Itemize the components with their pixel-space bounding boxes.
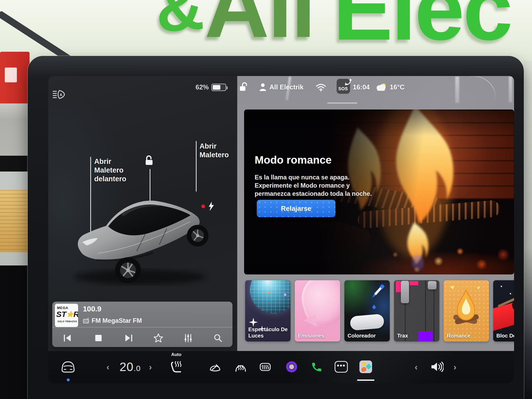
trax-slider[interactable]	[401, 281, 409, 303]
toybox-tile-light-show[interactable]: Espectáculo De Luces	[245, 280, 291, 341]
screen: A 62% Abrir Maletero delantero	[48, 76, 514, 383]
wifi-icon	[315, 83, 326, 91]
photo-scene: & All Elec A	[0, 0, 532, 399]
media-player-card[interactable]: MEGA ST★RFM SOLO TEMAZOS 100.9	[52, 302, 232, 347]
profile-icon	[259, 83, 267, 91]
launcher-bar: ‹ 20.0 › Auto	[48, 351, 514, 383]
logo-tagline: SOLO TEMAZOS	[58, 320, 77, 323]
charge-port-indicator	[201, 205, 205, 208]
diamond-shape	[366, 364, 372, 370]
wall-ledge	[0, 103, 30, 156]
paint-drop	[372, 305, 376, 309]
dashcam-button[interactable]	[282, 358, 301, 375]
toybox-tile-colorizer[interactable]: Coloreador	[344, 280, 390, 341]
phone-icon	[311, 361, 323, 373]
eyedropper-icon	[366, 282, 387, 304]
heart-icon: ♥	[449, 283, 455, 292]
wiper-button[interactable]	[206, 358, 224, 375]
driver-profile-button[interactable]: All Electrik	[259, 81, 303, 93]
sos-button[interactable]: SOS	[336, 79, 350, 94]
app-pane: All Electrik SOS	[237, 76, 514, 383]
sos-call-icon	[344, 78, 353, 87]
frunk-label-line1: Abrir	[94, 157, 126, 166]
card-divider	[52, 327, 232, 327]
toybox-tile-romance[interactable]: ♥ ♥ Romance	[444, 280, 489, 341]
previous-track-button[interactable]	[62, 333, 73, 343]
vehicle-render	[66, 182, 219, 288]
floor-shadow	[0, 265, 30, 399]
profile-name: All Electrik	[269, 83, 303, 91]
weather-status: 16°C	[375, 81, 405, 93]
seat-heater-mode: Auto	[168, 352, 184, 357]
volume-button[interactable]	[428, 358, 446, 375]
station-name: FM MegaStar FM	[92, 317, 142, 324]
toybox-tile-sketchpad[interactable]: Bloc De Dibujo	[493, 280, 514, 341]
volume-down-button[interactable]: ‹	[407, 358, 425, 375]
relax-button[interactable]: Relajarse	[257, 200, 335, 217]
toybox-tile-emissions[interactable]: Emisiones	[295, 280, 340, 341]
tile-label: Bloc De Dibujo	[496, 332, 514, 339]
drag-handle[interactable]	[327, 102, 357, 104]
car-controls-button[interactable]	[59, 358, 77, 375]
right-wall	[523, 61, 532, 399]
favorite-button[interactable]	[153, 333, 164, 343]
battery-status: 62%	[196, 83, 226, 91]
trax-clip	[410, 281, 418, 285]
station-frequency: 100.9	[83, 305, 101, 313]
active-app-indicator	[357, 379, 374, 381]
auto-headlight-icon: A	[52, 90, 65, 99]
defrost-rear-icon	[259, 362, 271, 372]
banner-word-all: All	[205, 0, 314, 51]
tesla-touchscreen: A 62% Abrir Maletero delantero	[28, 56, 524, 399]
lock-status[interactable]	[239, 81, 248, 93]
search-button[interactable]	[212, 333, 224, 343]
charging-bolt-icon	[209, 202, 214, 211]
sparkle-icon	[249, 318, 258, 327]
whoopee-cushion-art	[296, 280, 340, 331]
romance-description: Es la llama que nunca se apaga. Experime…	[255, 173, 381, 198]
frunk-label-line2: Maletero	[94, 166, 126, 175]
unlock-icon[interactable]	[143, 155, 154, 166]
toybox-tile-trax[interactable]: Trax	[394, 280, 439, 341]
window-reflection	[455, 77, 459, 103]
trunk-label-line2: Maletero	[200, 151, 229, 159]
logo-main-text: ST★RFM	[56, 310, 78, 319]
wifi-status[interactable]	[315, 81, 326, 93]
blob-shape	[361, 367, 366, 372]
equalizer-button[interactable]	[182, 333, 194, 343]
open-frunk-button[interactable]: Abrir Maletero delantero	[94, 157, 126, 183]
speaker-icon	[430, 361, 444, 373]
logo-top-text: MEGA	[57, 306, 68, 310]
defrost-front-button[interactable]	[231, 358, 250, 375]
defrost-rear-button[interactable]	[256, 358, 274, 375]
front-wheel	[115, 257, 141, 283]
tile-label: Emisiones	[298, 332, 338, 339]
trax-clip	[396, 281, 401, 292]
phone-button[interactable]	[307, 358, 326, 375]
trax-slider[interactable]	[428, 281, 436, 289]
radio-icon	[83, 317, 89, 324]
toybox-app-button[interactable]	[357, 358, 375, 375]
all-apps-button[interactable]: •••	[332, 358, 350, 375]
romance-mode-card: Modo romance Es la llama que nunca se ap…	[244, 110, 514, 274]
vehicle-status-pane: A 62% Abrir Maletero delantero	[48, 76, 237, 383]
station-row: FM MegaStar FM	[83, 317, 142, 324]
seat-heater-button[interactable]	[167, 358, 186, 375]
open-trunk-button[interactable]: Abrir Maletero	[200, 142, 229, 159]
cabin-temperature[interactable]: 20.0	[116, 358, 145, 375]
toybox-icon	[359, 360, 372, 373]
svg-text:A: A	[60, 93, 62, 97]
stop-button[interactable]	[93, 333, 104, 343]
tile-label: Coloreador	[348, 332, 388, 339]
temp-decrease-button[interactable]: ‹	[99, 358, 117, 375]
tile-label: Trax	[397, 332, 437, 339]
wall-shadow-band	[0, 156, 30, 172]
rear-wheel	[187, 225, 208, 246]
temp-increase-button[interactable]: ›	[141, 358, 160, 375]
wall-light-band	[0, 172, 30, 190]
volume-up-button[interactable]: ›	[446, 358, 464, 375]
counter-edge	[0, 252, 30, 265]
campfire-icon	[451, 289, 482, 326]
logo-star: ★	[66, 310, 73, 319]
next-track-button[interactable]	[123, 333, 134, 343]
